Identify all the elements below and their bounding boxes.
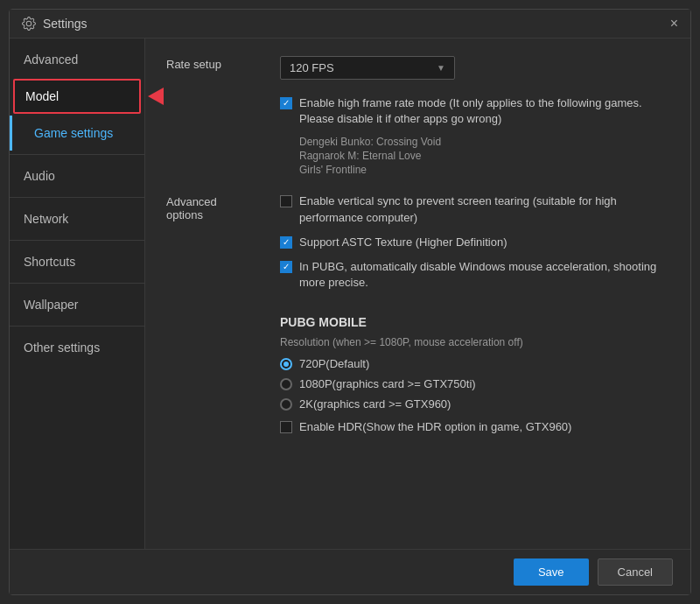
resolution-2k-row: 2K(graphics card >= GTX960) <box>280 397 669 411</box>
high-frame-rate-checkbox-row: Enable high frame rate mode (It only app… <box>280 95 669 127</box>
resolution-720p-label: 720P(Default) <box>299 357 369 370</box>
sidebar-item-game-settings[interactable]: Game settings <box>10 116 144 151</box>
game-list-item-2: Girls' Frontline <box>299 164 669 176</box>
close-button[interactable]: × <box>670 17 678 31</box>
astc-texture-label: Support ASTC Texture (Higher Definition) <box>299 235 507 250</box>
resolution-1080p-row: 1080P(graphics card >= GTX750ti) <box>280 377 669 390</box>
advanced-options-control: Enable vertical sync to prevent screen t… <box>280 193 669 299</box>
dialog-title: Settings <box>43 17 88 31</box>
high-frame-rate-checkbox[interactable] <box>280 97 292 109</box>
sidebar-item-wallpaper[interactable]: Wallpaper <box>10 287 144 322</box>
advanced-options-row: Advanced options Enable vertical sync to… <box>166 193 669 299</box>
gear-icon <box>22 17 36 31</box>
mouse-acceleration-label: In PUBG, automatically disable Windows m… <box>299 259 669 291</box>
pubg-label-placeholder <box>166 315 280 317</box>
footer: Save Cancel <box>10 549 690 594</box>
pubg-section-control: PUBG MOBILE Resolution (when >= 1080P, m… <box>280 315 669 444</box>
high-frame-rate-control: Enable high frame rate mode (It only app… <box>280 95 669 178</box>
resolution-720p-radio[interactable] <box>280 358 292 370</box>
sidebar-item-network[interactable]: Network <box>10 201 144 236</box>
settings-dialog: Settings × Advanced Model Game settings <box>9 9 691 595</box>
resolution-2k-label: 2K(graphics card >= GTX960) <box>299 397 451 411</box>
sidebar-separator-3 <box>10 240 144 241</box>
astc-texture-row: Support ASTC Texture (Higher Definition) <box>280 235 669 250</box>
mouse-acceleration-checkbox[interactable] <box>280 261 292 273</box>
hdr-checkbox[interactable] <box>280 421 292 433</box>
sidebar-item-shortcuts[interactable]: Shortcuts <box>10 244 144 279</box>
sidebar-separator-2 <box>10 197 144 198</box>
hdr-label: Enable HDR(Show the HDR option in game, … <box>299 419 571 435</box>
vertical-sync-row: Enable vertical sync to prevent screen t… <box>280 193 669 225</box>
advanced-options-label: Advanced options <box>166 193 280 221</box>
pubg-section-title: PUBG MOBILE <box>280 315 669 329</box>
active-arrow-indicator <box>148 88 164 105</box>
sidebar-item-advanced[interactable]: Advanced <box>10 42 144 77</box>
pubg-section-row: PUBG MOBILE Resolution (when >= 1080P, m… <box>166 315 669 444</box>
rate-setup-value: 120 FPS <box>290 61 334 74</box>
rate-setup-dropdown[interactable]: 120 FPS ▼ <box>280 56 455 80</box>
vertical-sync-checkbox[interactable] <box>280 195 292 207</box>
sidebar-separator-5 <box>10 326 144 327</box>
rate-setup-row: Rate setup 120 FPS ▼ <box>166 56 669 80</box>
resolution-1080p-radio[interactable] <box>280 378 292 390</box>
resolution-720p-row: 720P(Default) <box>280 357 669 370</box>
rate-setup-label: Rate setup <box>166 56 280 71</box>
resolution-1080p-label: 1080P(graphics card >= GTX750ti) <box>299 377 476 390</box>
sidebar-item-audio[interactable]: Audio <box>10 158 144 193</box>
dropdown-arrow-icon: ▼ <box>437 63 445 73</box>
sidebar-separator-1 <box>10 154 144 155</box>
active-indicator <box>10 116 12 151</box>
main-panel: Rate setup 120 FPS ▼ Enable high frame r… <box>145 39 690 549</box>
sidebar-item-other-settings[interactable]: Other settings <box>10 330 144 365</box>
title-bar-left: Settings <box>22 17 88 31</box>
astc-texture-checkbox[interactable] <box>280 236 292 249</box>
title-bar: Settings × <box>10 10 690 39</box>
game-list-item-0: Dengeki Bunko: Crossing Void <box>299 136 669 148</box>
sidebar-separator-4 <box>10 283 144 284</box>
content-area: Advanced Model Game settings Audio Netwo… <box>10 39 690 549</box>
sidebar: Advanced Model Game settings Audio Netwo… <box>10 39 145 549</box>
mouse-acceleration-row: In PUBG, automatically disable Windows m… <box>280 259 669 291</box>
high-frame-rate-label-placeholder <box>166 95 280 97</box>
vertical-sync-label: Enable vertical sync to prevent screen t… <box>299 193 669 225</box>
resolution-2k-radio[interactable] <box>280 398 292 411</box>
rate-setup-control: 120 FPS ▼ <box>280 56 669 80</box>
resolution-description: Resolution (when >= 1080P, mouse acceler… <box>280 336 669 348</box>
high-frame-rate-row: Enable high frame rate mode (It only app… <box>166 95 669 178</box>
save-button[interactable]: Save <box>514 558 589 586</box>
sidebar-item-model[interactable]: Model <box>13 79 141 114</box>
high-frame-rate-checkbox-label: Enable high frame rate mode (It only app… <box>299 95 669 127</box>
cancel-button[interactable]: Cancel <box>598 558 673 586</box>
hdr-row: Enable HDR(Show the HDR option in game, … <box>280 419 669 435</box>
game-list-item-1: Ragnarok M: Eternal Love <box>299 150 669 162</box>
